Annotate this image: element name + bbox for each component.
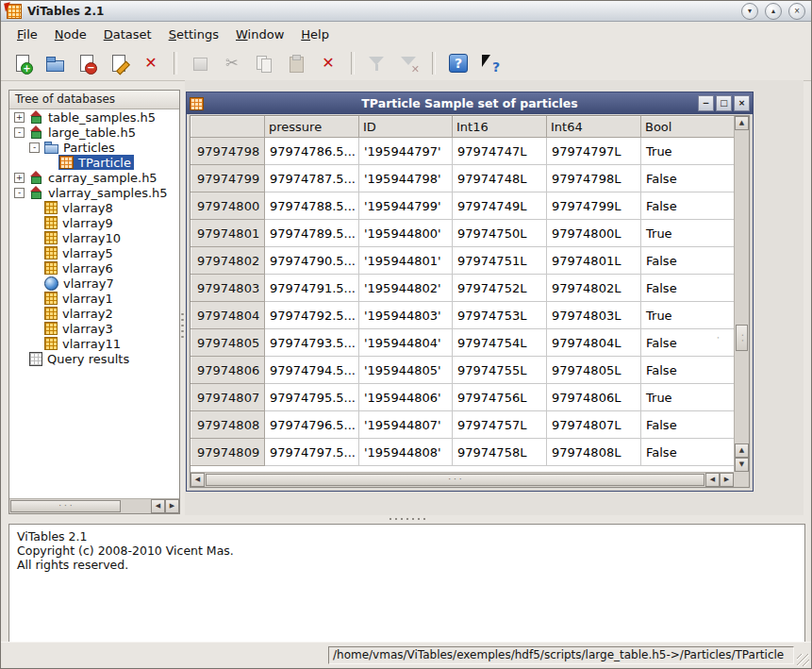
cell[interactable]: False [641, 165, 735, 192]
cell[interactable]: 97974793.5... [265, 329, 359, 357]
tree-item-vlarray6[interactable]: vlarray6 [9, 260, 179, 276]
cell[interactable]: 97974799L [547, 192, 641, 220]
cell[interactable]: 97974791.5... [265, 275, 359, 302]
cell[interactable]: '195944802' [359, 275, 453, 302]
column-header-bool[interactable]: Bool [641, 117, 735, 138]
cell[interactable]: 97974757L [453, 411, 547, 439]
cell[interactable]: 97974758L [453, 439, 547, 466]
delete-node-button[interactable] [313, 48, 343, 78]
tree-item-vlarray11[interactable]: vlarray11 [9, 336, 179, 351]
save-file-as-button[interactable] [104, 48, 134, 78]
column-header-int64[interactable]: Int64 [547, 117, 641, 138]
cell[interactable]: '195944806' [359, 384, 453, 411]
scroll-left-button[interactable]: ◀ [151, 499, 165, 513]
scroll-right-button[interactable]: ▶ [165, 499, 179, 513]
tree-item-vlarray10[interactable]: vlarray10 [9, 230, 179, 245]
scroll-track[interactable] [9, 499, 151, 513]
row-header[interactable]: 97974804 [191, 302, 265, 329]
scroll-thumb[interactable] [206, 474, 704, 486]
cell[interactable]: True [641, 138, 735, 165]
cell[interactable]: 97974795.5... [265, 384, 359, 411]
cell[interactable]: 97974748L [453, 165, 547, 192]
scroll-down-button[interactable]: ▼ [735, 458, 749, 472]
whats-this-button[interactable] [475, 48, 505, 78]
cell[interactable]: False [641, 275, 735, 302]
cell[interactable]: 97974796.5... [265, 411, 359, 439]
row-header[interactable]: 97974801 [191, 220, 265, 247]
row-header[interactable]: 97974807 [191, 384, 265, 411]
cell[interactable]: 97974803L [547, 302, 641, 329]
cell[interactable]: '195944800' [359, 220, 453, 247]
tree-item-vlarray-samples-h5[interactable]: -vlarray_samples.h5 [9, 185, 179, 200]
cell[interactable]: 97974787.5... [265, 165, 359, 192]
close-file-button[interactable] [72, 48, 102, 78]
cell[interactable]: '195944803' [359, 302, 453, 329]
cell[interactable]: 97974802L [547, 275, 641, 302]
tree-item-vlarray7[interactable]: vlarray7 [9, 276, 179, 291]
title-bar[interactable]: ViTables 2.1 ▾▴× [1, 1, 811, 22]
cell[interactable]: 97974752L [453, 275, 547, 302]
open-file-button[interactable] [40, 48, 70, 78]
row-header[interactable]: 97974803 [191, 275, 265, 302]
collapse-toggle[interactable]: - [29, 142, 40, 153]
cell[interactable]: 97974797.5... [265, 439, 359, 466]
cell[interactable]: 97974792.5... [265, 302, 359, 329]
scroll-left-button[interactable]: ◀ [191, 473, 205, 487]
cell[interactable]: 97974754L [453, 329, 547, 357]
menu-file[interactable]: File [8, 25, 46, 44]
scroll-thumb[interactable] [736, 325, 748, 351]
cell[interactable]: '195944805' [359, 357, 453, 384]
cell[interactable]: True [641, 220, 735, 247]
tree-item-vlarray2[interactable]: vlarray2 [9, 306, 179, 321]
tree-item-query-results[interactable]: Query results [9, 351, 179, 366]
cell[interactable]: True [641, 302, 735, 329]
help-button[interactable] [443, 48, 473, 78]
child-close-button[interactable]: × [734, 95, 750, 111]
scroll-track[interactable] [735, 130, 749, 443]
child-minimize-button[interactable]: − [698, 95, 714, 111]
cell[interactable]: 97974806L [547, 384, 641, 411]
resize-grip[interactable] [797, 654, 809, 666]
menu-window[interactable]: Window [227, 25, 292, 44]
scroll-left-button-right[interactable]: ◀ [705, 473, 720, 487]
scroll-right-button[interactable]: ▶ [720, 473, 734, 487]
row-header[interactable]: 97974806 [191, 357, 265, 384]
cell[interactable]: 97974790.5... [265, 247, 359, 275]
cell[interactable]: '195944798' [359, 165, 453, 192]
cell[interactable]: 97974807L [547, 411, 641, 439]
horizontal-scrollbar[interactable]: ◀ ◀ ▶ [191, 472, 734, 487]
row-header[interactable]: 97974800 [191, 192, 265, 220]
cell[interactable]: '195944801' [359, 247, 453, 275]
horizontal-splitter[interactable] [1, 515, 811, 523]
menu-help[interactable]: Help [292, 25, 338, 44]
column-header-id[interactable]: ID [359, 117, 453, 138]
cell[interactable]: 97974789.5... [265, 220, 359, 247]
cell[interactable]: 97974805L [547, 357, 641, 384]
scroll-thumb[interactable] [10, 500, 121, 512]
row-header[interactable]: 97974798 [191, 138, 265, 165]
tree-item-table-samples-h5[interactable]: +table_samples.h5 [9, 109, 179, 125]
quit-button[interactable] [136, 48, 166, 78]
tree-item-vlarray1[interactable]: vlarray1 [9, 291, 179, 306]
child-title-bar[interactable]: TParticle Sample set of particles −□× [187, 92, 753, 114]
expand-toggle[interactable]: + [14, 173, 25, 183]
cell[interactable]: '195944804' [359, 329, 453, 357]
cell[interactable]: 97974794.5... [265, 357, 359, 384]
scroll-up-button[interactable]: ▲ [735, 116, 749, 130]
cell[interactable]: 97974751L [453, 247, 547, 275]
tree-item-tparticle[interactable]: TParticle [9, 155, 179, 170]
cell[interactable]: False [641, 411, 735, 439]
tree-item-large-table-h5[interactable]: -large_table.h5 [9, 125, 179, 140]
cell[interactable]: 97974747L [453, 138, 547, 165]
minimize-button[interactable]: ▾ [741, 3, 758, 20]
child-maximize-button[interactable]: □ [716, 95, 732, 111]
cell[interactable]: 97974804L [547, 329, 641, 357]
cell[interactable]: 97974800L [547, 220, 641, 247]
cell[interactable]: 97974801L [547, 247, 641, 275]
column-header-int16[interactable]: Int16 [453, 117, 547, 138]
new-file-button[interactable] [8, 48, 38, 78]
row-header[interactable]: 97974809 [191, 439, 265, 466]
column-header-pressure[interactable]: pressure [265, 117, 359, 138]
row-header[interactable]: 97974805 [191, 329, 265, 357]
cell[interactable]: 97974786.5... [265, 138, 359, 165]
